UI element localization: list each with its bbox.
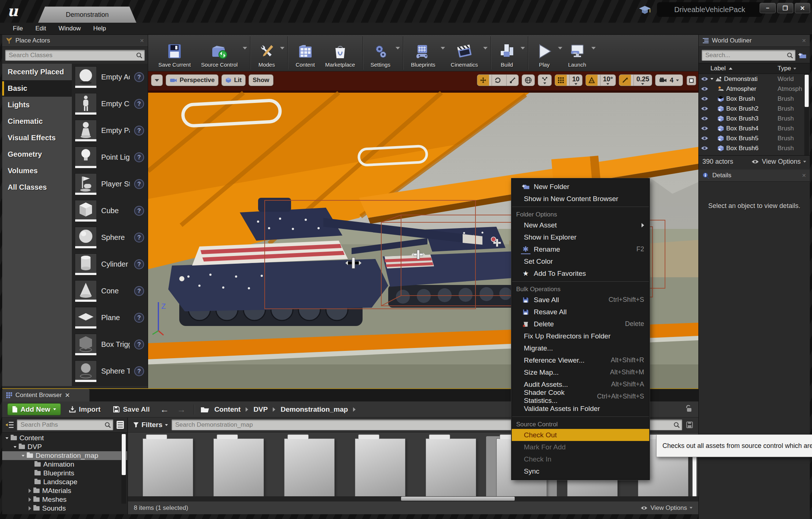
asset-horizontal-scrollbar[interactable] xyxy=(128,496,698,501)
source-control-button[interactable]: Source Control xyxy=(196,35,243,71)
play-button[interactable]: Play xyxy=(531,35,558,71)
content-button[interactable]: Content xyxy=(290,35,320,71)
help-icon[interactable]: ? xyxy=(134,366,144,376)
scale-tool-button[interactable] xyxy=(506,75,518,86)
level-tab-demonstration[interactable]: Demonstration xyxy=(38,7,136,23)
help-icon[interactable]: ? xyxy=(134,259,144,269)
category-recently-placed[interactable]: Recently Placed xyxy=(2,64,72,80)
maximize-button[interactable]: ❐ xyxy=(777,3,793,13)
outliner-view-options-button[interactable]: View Options xyxy=(751,158,806,166)
show-menu-button[interactable]: Show xyxy=(249,74,273,86)
actor-point-light[interactable]: Point Ligh ? xyxy=(72,144,148,171)
actor-box-trigger[interactable]: Box Trigge ? xyxy=(72,331,148,358)
menu-item-shader-cook-statistics[interactable]: Shader Cook Statistics... Ctrl+Alt+Shift… xyxy=(512,390,649,403)
modes-button[interactable]: Modes xyxy=(253,35,280,71)
tree-scrollbar[interactable] xyxy=(121,434,126,504)
folder-tile[interactable] xyxy=(132,436,203,501)
category-all-classes[interactable]: All Classes xyxy=(2,179,72,196)
help-icon[interactable]: ? xyxy=(134,313,144,323)
help-icon[interactable]: ? xyxy=(134,152,144,162)
scale-snap-toggle[interactable] xyxy=(619,75,631,86)
source-control-dropdown[interactable] xyxy=(243,35,248,71)
menu-item-size-map[interactable]: Size Map... Alt+Shift+M xyxy=(512,366,649,378)
help-icon[interactable]: ? xyxy=(134,126,144,136)
close-icon[interactable]: ✕ xyxy=(802,38,806,44)
outliner-row-brush[interactable]: Box Brush6 Brush xyxy=(699,143,810,153)
outliner-row-brush[interactable]: Box Brush2 Brush xyxy=(699,104,810,114)
outliner-search[interactable] xyxy=(702,50,796,61)
breadcrumb-expand-icon[interactable] xyxy=(353,407,356,412)
menu-item-rename[interactable]: ✱ Rename F2 xyxy=(512,243,649,255)
tree-item-landscape[interactable]: Landscape xyxy=(2,478,127,486)
help-icon[interactable]: ? xyxy=(134,206,144,216)
visibility-eye-icon[interactable] xyxy=(699,96,710,101)
folder-tile[interactable] xyxy=(415,436,486,501)
tree-item-animation[interactable]: Animation xyxy=(2,460,127,469)
tree-item-sounds[interactable]: Sounds xyxy=(2,504,127,513)
column-label[interactable]: Label xyxy=(710,65,778,72)
outliner-row-world[interactable]: Demonstrati World xyxy=(699,74,810,84)
add-new-button[interactable]: Add New xyxy=(7,403,61,415)
menu-item-new-folder[interactable]: New Folder xyxy=(512,181,649,193)
outliner-search-field[interactable] xyxy=(702,50,796,61)
tree-item-materials[interactable]: MAterials xyxy=(2,486,127,495)
category-lights[interactable]: Lights xyxy=(2,97,72,113)
help-icon[interactable]: ? xyxy=(134,179,144,189)
collapse-sources-icon[interactable] xyxy=(5,421,14,429)
play-dropdown[interactable] xyxy=(558,35,563,71)
build-button[interactable]: Build xyxy=(493,35,521,71)
actor-empty-actor[interactable]: Empty Act ? xyxy=(72,64,148,90)
import-button[interactable]: Import xyxy=(65,405,105,414)
actor-player-start[interactable]: Player Sta ? xyxy=(72,171,148,197)
visibility-eye-icon[interactable] xyxy=(699,126,710,131)
menu-item-migrate[interactable]: Migrate... xyxy=(512,342,649,354)
outliner-row-brush[interactable]: Box Brush4 Brush xyxy=(699,123,810,133)
outliner-scrollbar[interactable] xyxy=(804,74,809,155)
actor-sphere[interactable]: Sphere ? xyxy=(72,224,148,251)
outliner-row-atmosphere[interactable]: Atmospher Atmosph xyxy=(699,84,810,94)
menu-window[interactable]: Window xyxy=(52,25,87,32)
rotation-snap-value[interactable]: 10° xyxy=(600,75,616,86)
perspective-button[interactable]: Perspective xyxy=(166,74,218,86)
content-browser-tab[interactable]: Content Browser ✕ xyxy=(2,389,89,401)
asset-vertical-scrollbar[interactable] xyxy=(692,449,697,501)
viewport-options-dropdown[interactable] xyxy=(151,74,163,86)
menu-item-set-color[interactable]: Set Color xyxy=(512,255,649,267)
menu-item-fix-up-redirectors[interactable]: Fix Up Redirectors in Folder xyxy=(512,330,649,342)
rotate-tool-button[interactable] xyxy=(492,75,504,86)
actor-sphere-trigger[interactable]: Sphere Tri ? xyxy=(72,358,148,385)
category-geometry[interactable]: Geometry xyxy=(2,146,72,163)
launch-dropdown[interactable] xyxy=(591,35,596,71)
save-current-button[interactable]: Save Current xyxy=(153,35,196,71)
menu-edit[interactable]: Edit xyxy=(29,25,52,32)
menu-file[interactable]: File xyxy=(7,25,29,32)
close-icon[interactable]: ✕ xyxy=(140,38,144,44)
filters-button[interactable]: Filters xyxy=(133,421,168,429)
menu-item-resave-all[interactable]: Resave All xyxy=(512,306,649,318)
actor-empty-character[interactable]: Empty Cha ? xyxy=(72,90,148,117)
category-visual-effects[interactable]: Visual Effects xyxy=(2,130,72,146)
minimize-button[interactable]: – xyxy=(760,3,776,13)
cb-view-options-button[interactable]: View Options xyxy=(640,504,692,512)
scale-snap-value[interactable]: 0.25 xyxy=(633,75,652,86)
save-search-icon[interactable] xyxy=(686,421,693,429)
back-button[interactable]: ← xyxy=(158,404,171,415)
menu-item-check-in[interactable]: Check In xyxy=(512,453,649,465)
help-icon[interactable]: ? xyxy=(134,286,144,296)
menu-help[interactable]: Help xyxy=(87,25,112,32)
world-local-space-button[interactable] xyxy=(522,74,535,86)
tree-item-meshes[interactable]: Meshes xyxy=(2,495,127,504)
rotation-snap-toggle[interactable] xyxy=(586,75,598,86)
save-all-button[interactable]: Save All xyxy=(109,405,154,414)
close-icon[interactable]: ✕ xyxy=(65,392,70,399)
cinematics-button[interactable]: Cinematics xyxy=(446,35,483,71)
actor-cone[interactable]: Cone ? xyxy=(72,278,148,304)
search-classes-field[interactable] xyxy=(5,50,145,61)
grid-snap-value[interactable]: 10 xyxy=(569,75,582,86)
outliner-row-brush[interactable]: Box Brush3 Brush xyxy=(699,114,810,123)
category-volumes[interactable]: Volumes xyxy=(2,163,72,179)
expand-icon[interactable] xyxy=(710,78,713,80)
category-cinematic[interactable]: Cinematic xyxy=(2,113,72,130)
menu-item-reference-viewer[interactable]: Reference Viewer... Alt+Shift+R xyxy=(512,354,649,366)
visibility-eye-icon[interactable] xyxy=(699,146,710,151)
